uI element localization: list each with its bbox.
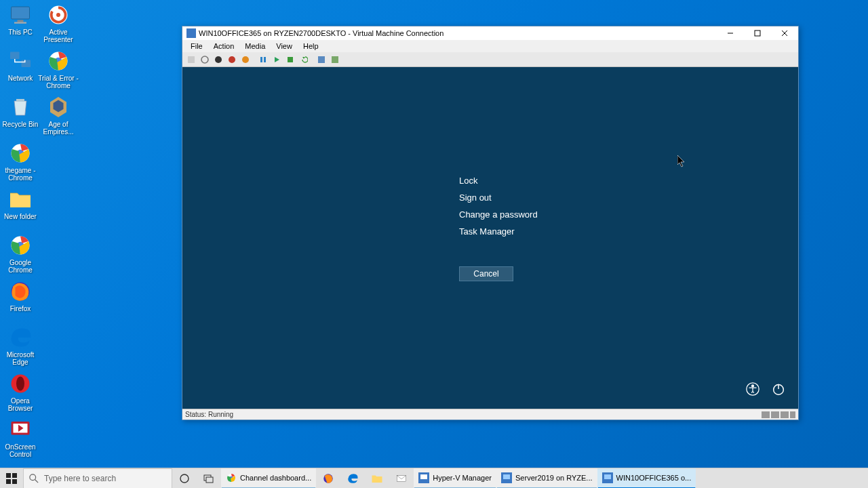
tool-revert[interactable] bbox=[298, 54, 310, 66]
taskbar-app-win10office365[interactable]: WIN10OFFICE365 o... bbox=[597, 468, 696, 489]
active-presenter-icon bbox=[46, 3, 71, 27]
icon-label: thegame - Chrome bbox=[0, 167, 41, 182]
taskbar-mail[interactable] bbox=[389, 468, 414, 489]
taskbar-file-explorer[interactable] bbox=[365, 468, 389, 489]
taskbar-app-chrome[interactable]: Channel dashboard... bbox=[221, 468, 316, 489]
icon-label: Google Chrome bbox=[0, 259, 41, 274]
desktop-icon-trial-error[interactable]: Trial & Error - Chrome bbox=[38, 49, 79, 89]
titlebar[interactable]: WIN10OFFICE365 on RYZEN2700DESKTO - Virt… bbox=[182, 26, 798, 40]
svg-rect-40 bbox=[12, 473, 17, 478]
icon-label: New folder bbox=[0, 213, 41, 220]
desktop-icon-edge[interactable]: Microsoft Edge bbox=[0, 325, 41, 366]
toolbar bbox=[182, 52, 798, 67]
cancel-button[interactable]: Cancel bbox=[459, 266, 513, 281]
start-button[interactable] bbox=[0, 468, 23, 489]
cortana-button[interactable] bbox=[172, 468, 197, 489]
tool-save[interactable] bbox=[239, 54, 252, 66]
ease-of-access-icon[interactable] bbox=[745, 382, 760, 399]
svg-point-45 bbox=[180, 474, 189, 483]
menu-action[interactable]: Action bbox=[208, 42, 240, 50]
chrome-icon bbox=[8, 141, 33, 165]
svg-point-43 bbox=[30, 474, 36, 480]
taskbar-edge[interactable] bbox=[340, 468, 365, 489]
icon-label: Age of Empires... bbox=[38, 121, 79, 136]
tool-reset[interactable] bbox=[271, 54, 283, 66]
svg-marker-38 bbox=[677, 155, 684, 167]
vmc-app-icon bbox=[186, 28, 196, 38]
svg-point-35 bbox=[752, 385, 754, 387]
svg-point-26 bbox=[215, 56, 222, 63]
desktop-icon-opera[interactable]: Opera Browser bbox=[0, 371, 41, 412]
menu-media[interactable]: Media bbox=[239, 42, 271, 50]
desktop-icon-onscreen-control[interactable]: OnScreen Control bbox=[0, 418, 41, 458]
svg-rect-42 bbox=[12, 479, 17, 484]
desktop-icon-this-pc[interactable]: This PC bbox=[0, 3, 41, 36]
this-pc-icon bbox=[8, 3, 33, 27]
svg-point-13 bbox=[16, 377, 24, 391]
maximize-button[interactable] bbox=[744, 26, 771, 40]
svg-rect-29 bbox=[260, 57, 262, 62]
desktop-icon-thegame[interactable]: thegame - Chrome bbox=[0, 141, 41, 182]
hyperv-icon bbox=[418, 472, 429, 483]
svg-rect-32 bbox=[288, 57, 293, 62]
task-view-button[interactable] bbox=[197, 468, 221, 489]
minimize-button[interactable] bbox=[717, 26, 744, 40]
option-sign-out[interactable]: Sign out bbox=[459, 192, 538, 203]
menu-help[interactable]: Help bbox=[298, 42, 324, 50]
desktop-icon-network[interactable]: Network bbox=[0, 49, 41, 82]
tool-turn-off[interactable] bbox=[212, 54, 224, 66]
svg-rect-0 bbox=[12, 7, 30, 19]
menu-file[interactable]: File bbox=[185, 42, 208, 50]
search-placeholder: Type here to search bbox=[44, 474, 116, 483]
desktop-icon-new-folder[interactable]: New folder bbox=[0, 187, 41, 220]
option-task-manager[interactable]: Task Manager bbox=[459, 226, 538, 237]
tool-share[interactable] bbox=[329, 54, 341, 66]
window-title: WIN10OFFICE365 on RYZEN2700DESKTO - Virt… bbox=[199, 29, 717, 37]
vmc-icon bbox=[501, 472, 512, 483]
desktop-icon-google-chrome[interactable]: Google Chrome bbox=[0, 233, 41, 274]
folder-icon bbox=[8, 187, 33, 211]
vm-connection-window: WIN10OFFICE365 on RYZEN2700DESKTO - Virt… bbox=[182, 26, 799, 420]
icon-label: Firefox bbox=[0, 305, 41, 312]
svg-rect-22 bbox=[755, 30, 760, 36]
taskbar-app-label: Server2019 on RYZE... bbox=[515, 474, 593, 482]
close-button[interactable] bbox=[771, 26, 798, 40]
desktop-icon-firefox[interactable]: Firefox bbox=[0, 279, 41, 312]
icon-label: OnScreen Control bbox=[0, 443, 41, 458]
tool-enhanced-session[interactable] bbox=[315, 54, 328, 66]
windows-security-menu: Lock Sign out Change a password Task Man… bbox=[459, 176, 538, 281]
svg-point-18 bbox=[56, 13, 60, 17]
option-lock[interactable]: Lock bbox=[459, 176, 538, 186]
vm-guest-display[interactable]: Lock Sign out Change a password Task Man… bbox=[182, 67, 798, 409]
desktop-icon-age-of-empires[interactable]: Age of Empires... bbox=[38, 95, 79, 136]
icon-label: Active Presenter bbox=[38, 28, 79, 43]
tool-start[interactable] bbox=[199, 54, 211, 66]
svg-marker-31 bbox=[275, 57, 279, 62]
desktop-icon-recycle-bin[interactable]: Recycle Bin bbox=[0, 95, 41, 128]
chrome-icon bbox=[46, 49, 71, 73]
power-icon[interactable] bbox=[771, 382, 786, 399]
status-display-icon bbox=[762, 411, 770, 418]
window-controls bbox=[717, 26, 798, 40]
tool-shut-down[interactable] bbox=[226, 54, 238, 66]
taskbar-app-server2019[interactable]: Server2019 on RYZE... bbox=[496, 468, 597, 489]
svg-rect-6 bbox=[16, 99, 24, 102]
svg-rect-39 bbox=[6, 473, 11, 478]
search-box[interactable]: Type here to search bbox=[23, 468, 172, 489]
svg-line-44 bbox=[35, 479, 38, 482]
statusbar: Status: Running bbox=[182, 409, 798, 420]
menu-view[interactable]: View bbox=[271, 42, 298, 50]
taskbar-firefox[interactable] bbox=[316, 468, 340, 489]
resize-grip-icon[interactable] bbox=[790, 411, 795, 418]
option-change-password[interactable]: Change a password bbox=[459, 209, 538, 220]
tool-ctrl-alt-del[interactable] bbox=[185, 54, 197, 66]
desktop-icon-active-presenter[interactable]: Active Presenter bbox=[38, 3, 79, 43]
icon-label: Recycle Bin bbox=[0, 121, 41, 128]
tool-checkpoint[interactable] bbox=[284, 54, 296, 66]
svg-rect-41 bbox=[6, 479, 11, 484]
search-icon bbox=[29, 474, 39, 483]
taskbar-app-hyperv[interactable]: Hyper-V Manager bbox=[414, 468, 496, 489]
tool-pause[interactable] bbox=[257, 54, 269, 66]
firefox-icon bbox=[8, 279, 33, 304]
icon-label: Opera Browser bbox=[0, 397, 41, 412]
